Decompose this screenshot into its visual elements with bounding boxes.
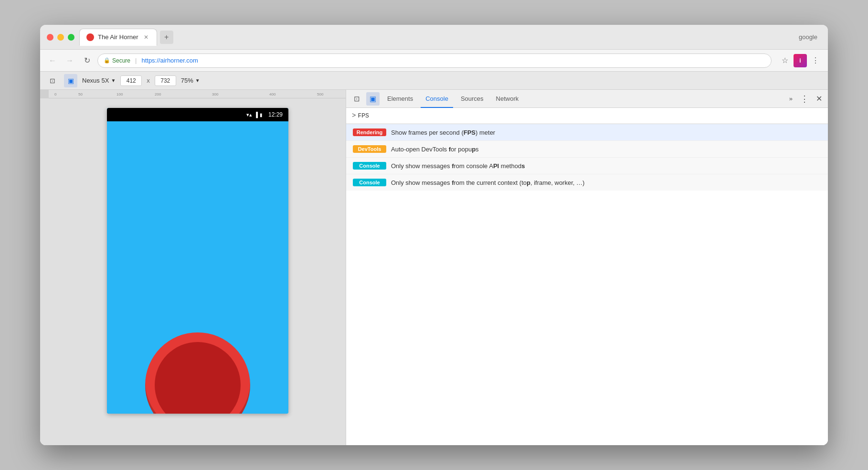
traffic-lights: [47, 34, 74, 41]
horn-button[interactable]: [145, 332, 250, 414]
ruler-numbers: 0 50 100 200 300 400 500: [49, 90, 346, 98]
split-horizontal: 0 50 100 200 300 400 500: [40, 90, 828, 445]
devtools-device-btn[interactable]: ▣: [366, 92, 380, 106]
responsive-btn[interactable]: ▣: [64, 74, 77, 87]
lock-icon: 🔒: [104, 57, 110, 64]
zoom-dropdown-icon: ▼: [195, 78, 200, 83]
main-content: ⊡ ▣ Nexus 5X ▼ x 75% ▼: [40, 72, 828, 445]
horn-button-inner: [155, 342, 241, 414]
minimize-button[interactable]: [57, 34, 64, 41]
address-separator: |: [135, 57, 137, 64]
list-item[interactable]: Rendering Show frames per second (FPS) m…: [346, 124, 828, 141]
list-item[interactable]: Console Only show messages from the curr…: [346, 174, 828, 191]
signal-icon: ▐: [254, 112, 258, 118]
autocomplete-desc-2: Auto-open DevTools for popups: [391, 146, 479, 153]
console-prompt: >: [352, 112, 356, 119]
devtools-inspect-btn[interactable]: ⊡: [350, 92, 363, 106]
battery-icon: ▮: [260, 112, 263, 118]
menu-button[interactable]: ⋮: [809, 54, 822, 67]
extensions-button[interactable]: i: [794, 54, 807, 67]
autocomplete-desc-4: Only show messages from the current cont…: [391, 179, 584, 186]
address-url[interactable]: https://airhorner.com: [141, 57, 198, 64]
tab-title: The Air Horner: [98, 33, 138, 41]
maximize-button[interactable]: [68, 34, 74, 41]
status-time: 12:29: [268, 111, 283, 118]
console-area: > FPS Rendering Show frames per second (…: [346, 108, 828, 445]
refresh-button[interactable]: ↻: [80, 54, 94, 67]
tag-console-1: Console: [353, 162, 386, 170]
title-bar: The Air Horner ✕ + google: [40, 25, 828, 50]
devtools-menu-button[interactable]: ⋮: [798, 94, 811, 104]
forward-button[interactable]: →: [63, 54, 76, 67]
phone-screen: ▾▴ ▐ ▮ 12:29: [107, 108, 288, 414]
ruler-corner: [40, 90, 49, 98]
phone-body: [107, 121, 288, 414]
console-input-text[interactable]: FPS: [358, 112, 369, 119]
nav-bar: ← → ↻ 🔒 Secure | https://airhorner.com ☆…: [40, 50, 828, 72]
page-view: 0 50 100 200 300 400 500: [40, 90, 346, 445]
list-item[interactable]: Console Only show messages from console …: [346, 158, 828, 174]
tab-bar: The Air Horner ✕ +: [79, 29, 794, 46]
google-label: google: [799, 33, 821, 41]
tag-rendering: Rendering: [353, 128, 386, 136]
browser-devtools-split: ⊡ ▣ Nexus 5X ▼ x 75% ▼: [40, 72, 828, 445]
inspect-element-btn[interactable]: ⊡: [46, 74, 59, 87]
nav-actions: ☆ i ⋮: [778, 54, 822, 67]
secure-badge: 🔒 Secure: [104, 57, 130, 64]
zoom-select[interactable]: 75% ▼: [181, 77, 200, 84]
tab-sources[interactable]: Sources: [456, 90, 488, 108]
height-input[interactable]: [155, 75, 176, 86]
wifi-icon: ▾▴: [246, 112, 252, 118]
zoom-level: 75%: [181, 77, 193, 84]
list-item[interactable]: DevTools Auto-open DevTools for popups: [346, 141, 828, 158]
new-tab-button[interactable]: +: [160, 31, 173, 44]
tag-console-2: Console: [353, 179, 386, 186]
tab-elements[interactable]: Elements: [382, 90, 418, 108]
devtools-close-button[interactable]: ✕: [814, 94, 824, 103]
console-input-row[interactable]: > FPS: [346, 108, 828, 124]
phone-status-bar: ▾▴ ▐ ▮ 12:29: [107, 108, 288, 121]
devtools-panel: ⊡ ▣ Elements Console Sources Network: [346, 90, 828, 445]
device-name: Nexus 5X: [82, 77, 109, 84]
device-dropdown-icon: ▼: [111, 78, 116, 83]
status-icons: ▾▴ ▐ ▮: [246, 112, 263, 118]
devtools-toolbar: ⊡ ▣ Elements Console Sources Network: [346, 90, 828, 108]
autocomplete-desc-1: Show frames per second (FPS) meter: [391, 129, 495, 136]
close-button[interactable]: [47, 34, 53, 41]
bookmark-button[interactable]: ☆: [778, 54, 792, 67]
autocomplete-desc-3: Only show messages from console API meth…: [391, 162, 525, 170]
active-tab[interactable]: The Air Horner ✕: [79, 29, 157, 46]
tab-console[interactable]: Console: [421, 90, 453, 108]
tab-close-button[interactable]: ✕: [142, 33, 150, 41]
more-tabs-button[interactable]: »: [786, 95, 795, 102]
phone-frame: ▾▴ ▐ ▮ 12:29: [40, 98, 346, 445]
autocomplete-list: Rendering Show frames per second (FPS) m…: [346, 124, 828, 191]
tag-devtools: DevTools: [353, 145, 386, 153]
dimension-separator: x: [147, 77, 150, 84]
device-select[interactable]: Nexus 5X ▼: [82, 77, 116, 84]
ruler-horizontal: 0 50 100 200 300 400 500: [40, 90, 346, 98]
device-toolbar: ⊡ ▣ Nexus 5X ▼ x 75% ▼: [40, 72, 828, 90]
browser-window: The Air Horner ✕ + google ← → ↻ 🔒 Secure…: [40, 25, 828, 445]
address-bar[interactable]: 🔒 Secure | https://airhorner.com: [97, 53, 772, 68]
width-input[interactable]: [120, 75, 142, 86]
tab-network[interactable]: Network: [491, 90, 524, 108]
tab-favicon: [86, 33, 94, 41]
secure-label: Secure: [112, 57, 130, 64]
back-button[interactable]: ←: [46, 54, 59, 67]
